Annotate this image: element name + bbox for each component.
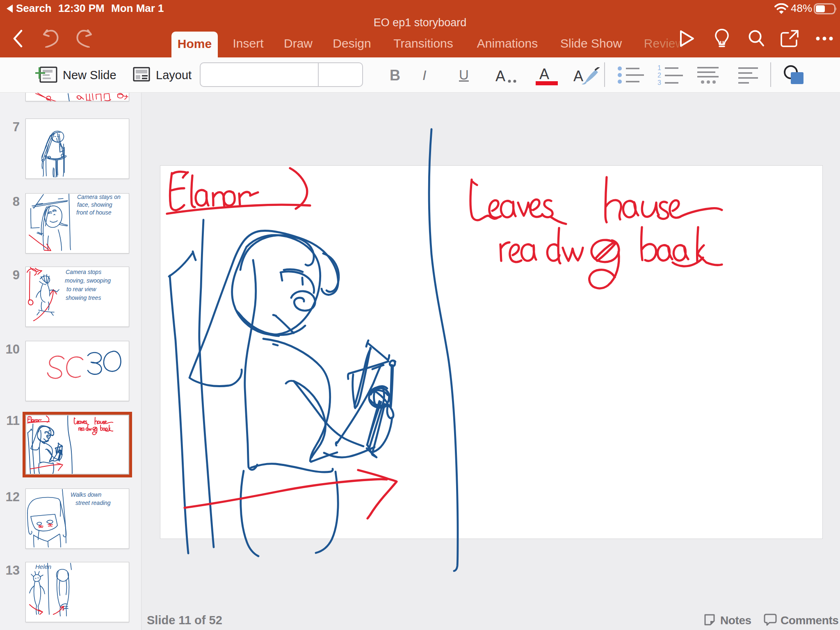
svg-text:Walks down: Walks down: [71, 491, 101, 498]
svg-text:Camera stops: Camera stops: [66, 269, 101, 275]
svg-text:1: 1: [657, 65, 661, 71]
svg-text:3: 3: [657, 79, 661, 85]
svg-text:street reading: street reading: [75, 500, 111, 506]
svg-text:A: A: [573, 68, 583, 84]
svg-text:to rear view: to rear view: [66, 286, 96, 292]
svg-text:front of house: front of house: [76, 209, 112, 216]
svg-text:showing trees: showing trees: [66, 294, 101, 301]
svg-text:2: 2: [657, 72, 661, 79]
svg-text:moving, swooping: moving, swooping: [65, 277, 111, 284]
svg-text:A: A: [495, 69, 505, 84]
svg-text:A: A: [539, 66, 549, 82]
svg-text:Camera stays on: Camera stays on: [77, 194, 121, 200]
svg-text:Helen: Helen: [35, 563, 51, 570]
svg-text:face, showing: face, showing: [77, 201, 112, 208]
